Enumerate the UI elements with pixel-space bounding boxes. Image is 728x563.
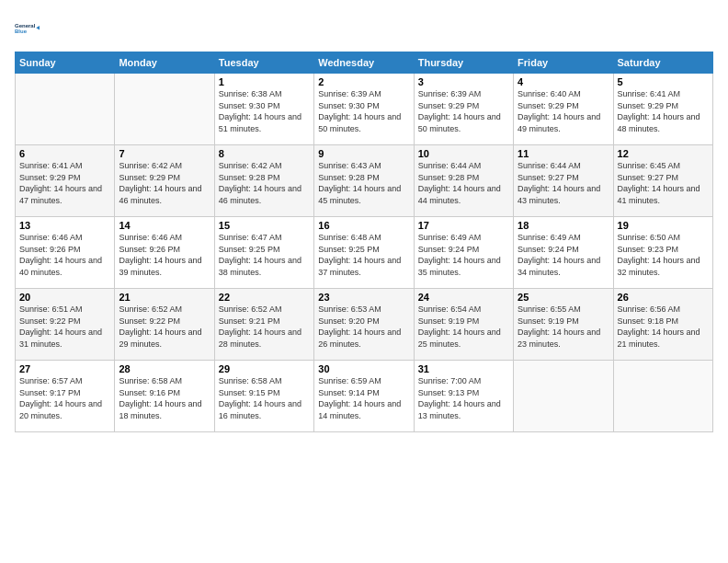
day-info: Sunrise: 6:49 AM Sunset: 9:24 PM Dayligh… [418, 232, 509, 278]
day-number: 1 [219, 76, 310, 87]
day-info: Sunrise: 6:39 AM Sunset: 9:30 PM Dayligh… [318, 88, 409, 134]
calendar-cell: 13Sunrise: 6:46 AM Sunset: 9:26 PM Dayli… [16, 217, 115, 289]
day-number: 2 [318, 76, 409, 87]
calendar-cell: 26Sunrise: 6:56 AM Sunset: 9:18 PM Dayli… [613, 289, 712, 361]
day-number: 3 [418, 76, 509, 87]
day-number: 24 [418, 292, 509, 303]
day-info: Sunrise: 6:39 AM Sunset: 9:29 PM Dayligh… [418, 88, 509, 134]
calendar-cell: 30Sunrise: 6:59 AM Sunset: 9:14 PM Dayli… [314, 361, 414, 432]
day-number: 8 [219, 148, 310, 159]
calendar-cell: 31Sunrise: 7:00 AM Sunset: 9:13 PM Dayli… [414, 361, 513, 432]
day-info: Sunrise: 6:56 AM Sunset: 9:18 PM Dayligh… [618, 304, 709, 350]
day-info: Sunrise: 6:38 AM Sunset: 9:30 PM Dayligh… [219, 88, 310, 134]
calendar-cell [16, 74, 115, 145]
calendar-header-saturday: Saturday [613, 52, 712, 74]
calendar-cell: 24Sunrise: 6:54 AM Sunset: 9:19 PM Dayli… [414, 289, 513, 361]
day-info: Sunrise: 6:58 AM Sunset: 9:15 PM Dayligh… [219, 375, 310, 421]
calendar-header-wednesday: Wednesday [314, 52, 414, 74]
calendar-cell [115, 74, 214, 145]
day-number: 9 [318, 148, 409, 159]
day-info: Sunrise: 7:00 AM Sunset: 9:13 PM Dayligh… [418, 375, 509, 421]
calendar-cell: 18Sunrise: 6:49 AM Sunset: 9:24 PM Dayli… [514, 217, 613, 289]
day-info: Sunrise: 6:41 AM Sunset: 9:29 PM Dayligh… [19, 160, 110, 206]
calendar-cell: 29Sunrise: 6:58 AM Sunset: 9:15 PM Dayli… [214, 361, 313, 432]
day-number: 18 [518, 220, 609, 231]
day-info: Sunrise: 6:57 AM Sunset: 9:17 PM Dayligh… [19, 375, 110, 421]
logo: GeneralBlue [15, 15, 42, 42]
calendar-cell: 22Sunrise: 6:52 AM Sunset: 9:21 PM Dayli… [214, 289, 313, 361]
calendar-cell: 16Sunrise: 6:48 AM Sunset: 9:25 PM Dayli… [314, 217, 414, 289]
calendar-cell: 12Sunrise: 6:45 AM Sunset: 9:27 PM Dayli… [613, 145, 712, 217]
calendar-cell: 7Sunrise: 6:42 AM Sunset: 9:29 PM Daylig… [115, 145, 214, 217]
calendar-cell: 27Sunrise: 6:57 AM Sunset: 9:17 PM Dayli… [16, 361, 115, 432]
day-number: 13 [19, 220, 110, 231]
calendar-cell: 8Sunrise: 6:42 AM Sunset: 9:28 PM Daylig… [214, 145, 313, 217]
day-info: Sunrise: 6:40 AM Sunset: 9:29 PM Dayligh… [518, 88, 609, 134]
day-info: Sunrise: 6:53 AM Sunset: 9:20 PM Dayligh… [318, 304, 409, 350]
calendar: SundayMondayTuesdayWednesdayThursdayFrid… [15, 52, 713, 432]
calendar-cell [613, 361, 712, 432]
day-number: 11 [518, 148, 609, 159]
calendar-cell: 4Sunrise: 6:40 AM Sunset: 9:29 PM Daylig… [514, 74, 613, 145]
calendar-header-monday: Monday [115, 52, 214, 74]
calendar-week-5: 27Sunrise: 6:57 AM Sunset: 9:17 PM Dayli… [16, 361, 713, 432]
day-info: Sunrise: 6:41 AM Sunset: 9:29 PM Dayligh… [618, 88, 709, 134]
day-info: Sunrise: 6:44 AM Sunset: 9:28 PM Dayligh… [418, 160, 509, 206]
day-info: Sunrise: 6:42 AM Sunset: 9:28 PM Dayligh… [219, 160, 310, 206]
day-number: 29 [219, 363, 310, 374]
day-number: 22 [219, 292, 310, 303]
svg-text:Blue: Blue [15, 29, 28, 34]
calendar-cell: 19Sunrise: 6:50 AM Sunset: 9:23 PM Dayli… [613, 217, 712, 289]
day-number: 19 [618, 220, 709, 231]
calendar-week-1: 1Sunrise: 6:38 AM Sunset: 9:30 PM Daylig… [16, 74, 713, 145]
day-info: Sunrise: 6:55 AM Sunset: 9:19 PM Dayligh… [518, 304, 609, 350]
calendar-week-3: 13Sunrise: 6:46 AM Sunset: 9:26 PM Dayli… [16, 217, 713, 289]
day-number: 26 [618, 292, 709, 303]
day-number: 17 [418, 220, 509, 231]
calendar-cell: 9Sunrise: 6:43 AM Sunset: 9:28 PM Daylig… [314, 145, 414, 217]
day-number: 5 [618, 76, 709, 87]
day-number: 10 [418, 148, 509, 159]
day-info: Sunrise: 6:45 AM Sunset: 9:27 PM Dayligh… [618, 160, 709, 206]
calendar-week-2: 6Sunrise: 6:41 AM Sunset: 9:29 PM Daylig… [16, 145, 713, 217]
svg-text:General: General [15, 23, 36, 29]
day-info: Sunrise: 6:43 AM Sunset: 9:28 PM Dayligh… [318, 160, 409, 206]
calendar-cell: 20Sunrise: 6:51 AM Sunset: 9:22 PM Dayli… [16, 289, 115, 361]
day-number: 7 [119, 148, 210, 159]
day-info: Sunrise: 6:46 AM Sunset: 9:26 PM Dayligh… [19, 232, 110, 278]
day-number: 6 [19, 148, 110, 159]
svg-marker-2 [36, 26, 40, 30]
calendar-header-friday: Friday [514, 52, 613, 74]
calendar-cell: 2Sunrise: 6:39 AM Sunset: 9:30 PM Daylig… [314, 74, 414, 145]
day-info: Sunrise: 6:54 AM Sunset: 9:19 PM Dayligh… [418, 304, 509, 350]
day-info: Sunrise: 6:47 AM Sunset: 9:25 PM Dayligh… [219, 232, 310, 278]
calendar-cell: 25Sunrise: 6:55 AM Sunset: 9:19 PM Dayli… [514, 289, 613, 361]
day-info: Sunrise: 6:44 AM Sunset: 9:27 PM Dayligh… [518, 160, 609, 206]
day-number: 21 [119, 292, 210, 303]
day-number: 27 [19, 363, 110, 374]
day-info: Sunrise: 6:42 AM Sunset: 9:29 PM Dayligh… [119, 160, 210, 206]
day-info: Sunrise: 6:59 AM Sunset: 9:14 PM Dayligh… [318, 375, 409, 421]
day-number: 16 [318, 220, 409, 231]
day-info: Sunrise: 6:50 AM Sunset: 9:23 PM Dayligh… [618, 232, 709, 278]
calendar-cell: 15Sunrise: 6:47 AM Sunset: 9:25 PM Dayli… [214, 217, 313, 289]
calendar-cell: 3Sunrise: 6:39 AM Sunset: 9:29 PM Daylig… [414, 74, 513, 145]
day-number: 4 [518, 76, 609, 87]
calendar-cell: 6Sunrise: 6:41 AM Sunset: 9:29 PM Daylig… [16, 145, 115, 217]
calendar-week-4: 20Sunrise: 6:51 AM Sunset: 9:22 PM Dayli… [16, 289, 713, 361]
calendar-header-sunday: Sunday [16, 52, 115, 74]
calendar-cell: 11Sunrise: 6:44 AM Sunset: 9:27 PM Dayli… [514, 145, 613, 217]
calendar-cell: 23Sunrise: 6:53 AM Sunset: 9:20 PM Dayli… [314, 289, 414, 361]
day-info: Sunrise: 6:51 AM Sunset: 9:22 PM Dayligh… [19, 304, 110, 350]
day-info: Sunrise: 6:48 AM Sunset: 9:25 PM Dayligh… [318, 232, 409, 278]
day-number: 14 [119, 220, 210, 231]
day-number: 15 [219, 220, 310, 231]
day-info: Sunrise: 6:52 AM Sunset: 9:22 PM Dayligh… [119, 304, 210, 350]
day-info: Sunrise: 6:52 AM Sunset: 9:21 PM Dayligh… [219, 304, 310, 350]
calendar-cell: 1Sunrise: 6:38 AM Sunset: 9:30 PM Daylig… [214, 74, 313, 145]
day-info: Sunrise: 6:46 AM Sunset: 9:26 PM Dayligh… [119, 232, 210, 278]
day-number: 28 [119, 363, 210, 374]
calendar-header-row: SundayMondayTuesdayWednesdayThursdayFrid… [16, 52, 713, 74]
calendar-cell: 28Sunrise: 6:58 AM Sunset: 9:16 PM Dayli… [115, 361, 214, 432]
day-info: Sunrise: 6:58 AM Sunset: 9:16 PM Dayligh… [119, 375, 210, 421]
